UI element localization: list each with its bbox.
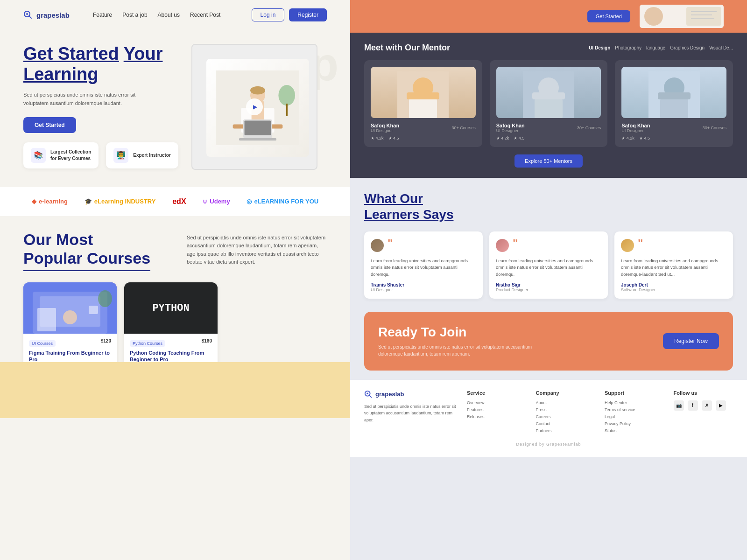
quote-icon-1: "	[388, 238, 393, 249]
register-button[interactable]: Register	[289, 8, 327, 21]
ready-register-button[interactable]: Register Now	[663, 333, 719, 349]
nav-post-job[interactable]: Post a job	[122, 12, 147, 18]
mentor-tag-language[interactable]: language	[646, 45, 665, 50]
footer-link-privacy[interactable]: Privacy Policy	[605, 421, 664, 426]
brand-elearning-industry: 🎓eLearning INDUSTRY	[85, 198, 156, 205]
nav-feature[interactable]: Feature	[93, 12, 112, 18]
footer-link-about[interactable]: About	[536, 400, 596, 405]
testimonials-section: What Our Learners Says " Learn from lead…	[350, 178, 747, 312]
course-name-figma: Figma Training From Beginner to Pro	[29, 350, 111, 363]
footer-link-careers[interactable]: Careers	[536, 414, 596, 419]
svg-rect-33	[535, 97, 563, 118]
mentor-card-1[interactable]: Safoq Khan UI Designer 30+ Courses ★ 4.2…	[364, 60, 482, 147]
courses-section: Our Most Popular Courses Sed ut perspici…	[0, 216, 350, 376]
svg-rect-30	[407, 92, 439, 99]
mentor-photo-1	[371, 67, 476, 118]
footer-service-title: Service	[467, 390, 527, 396]
mentor-stars-1: ★ 4.5	[388, 136, 399, 140]
mentor-rating-1: ★ 4.2k	[371, 136, 384, 140]
courses-title: Our Most Popular Courses	[23, 230, 150, 268]
testimonial-text-1: Learn from leading universities and camp…	[371, 258, 476, 278]
get-started-button[interactable]: Get Started	[23, 117, 76, 133]
footer-link-releases[interactable]: Releases	[467, 414, 527, 419]
ready-description: Sed ut perspiciatis unde omnis iste natu…	[378, 343, 537, 357]
footer-link-status[interactable]: Status	[605, 428, 664, 433]
mentor-role-1: UI Designer	[371, 128, 399, 133]
youtube-icon[interactable]: ▶	[716, 400, 726, 411]
footer-follow-col: Follow us 📷 f ✗ ▶	[674, 390, 733, 435]
testimonial-role-3: Software Designer	[621, 287, 726, 292]
explore-mentors-button[interactable]: Explore 50+ Mentors	[514, 154, 583, 168]
mentor-tag-visual[interactable]: Visual De...	[709, 45, 733, 50]
navbar: grapeslab Feature Post a job About us Re…	[0, 0, 350, 30]
testimonial-role-2: Product Designer	[496, 287, 601, 292]
mentor-card-2[interactable]: Safoq Khan UI Designer 30+ Courses ★ 4.2…	[490, 60, 608, 147]
svg-point-17	[63, 310, 77, 324]
footer-support-title: Support	[605, 390, 664, 396]
svg-rect-13	[239, 138, 276, 140]
nav-about[interactable]: About us	[158, 12, 180, 18]
svg-rect-12	[245, 121, 271, 135]
ready-content: Ready To Join Sed ut perspiciatis unde o…	[378, 325, 537, 357]
svg-rect-37	[660, 97, 688, 118]
footer-link-contact[interactable]: Contact	[536, 421, 596, 426]
ready-title: Ready To Join	[378, 325, 537, 340]
svg-point-4	[278, 85, 295, 105]
get-started-top-button[interactable]: Get Started	[587, 10, 630, 22]
footer-link-helpcenter[interactable]: Help Center	[605, 400, 664, 405]
footer-logo: grapeslab	[364, 390, 458, 399]
mentor-info-1: Safoq Khan UI Designer 30+ Courses	[371, 123, 476, 133]
brand-name: grapeslab	[36, 11, 70, 19]
course-name-python: Python Coding Teaching From Beginner to …	[130, 350, 212, 363]
svg-line-2	[29, 16, 31, 18]
nav-recent[interactable]: Recent Post	[190, 12, 220, 18]
brand-elearning: ◆e-learning	[32, 198, 68, 205]
mentor-name-1: Safoq Khan	[371, 123, 399, 128]
mentor-role-2: UI Designer	[496, 128, 525, 133]
facebook-icon[interactable]: f	[688, 400, 698, 411]
footer-link-features[interactable]: Features	[467, 407, 527, 412]
mentor-name-3: Safoq Khan	[621, 123, 650, 128]
svg-point-1	[26, 13, 28, 15]
brands-section: ◆e-learning 🎓eLearning INDUSTRY edX ∪Ude…	[0, 187, 350, 216]
book-icon: 📚	[31, 148, 46, 163]
footer-link-legal[interactable]: Legal	[605, 414, 664, 419]
python-thumb-text: PYTHON	[152, 302, 189, 314]
mentor-tag-photo[interactable]: Photography	[615, 45, 641, 50]
mentor-stars-2: ★ 4.5	[514, 136, 524, 140]
mentor-header: Meet with Our Mentor UI Design Photograp…	[364, 43, 733, 53]
login-button[interactable]: Log in	[252, 8, 285, 21]
svg-rect-18	[89, 306, 98, 314]
footer-link-press[interactable]: Press	[536, 407, 596, 412]
courses-title-line2: Popular Courses	[23, 249, 150, 268]
mentor-card-3[interactable]: Safoq Khan UI Designer 30+ Courses ★ 4.2…	[615, 60, 733, 147]
footer-service-col: Service Overview Features Releases	[467, 390, 527, 435]
mentor-stats-2: ★ 4.2k ★ 4.5	[496, 136, 601, 140]
svg-point-40	[366, 392, 368, 394]
footer-link-tos[interactable]: Terms of service	[605, 407, 664, 412]
mentor-courses-2: 30+ Courses	[577, 126, 601, 130]
instagram-icon[interactable]: 📷	[674, 400, 684, 411]
hero-title-line1: Get Started	[23, 44, 119, 63]
courses-header: Our Most Popular Courses Sed ut perspici…	[23, 230, 327, 272]
ready-section: Ready To Join Sed ut perspiciatis unde o…	[364, 312, 733, 371]
brand-elearning-label: e-learning	[39, 198, 68, 205]
mentor-tag-graphics[interactable]: Graphics Design	[670, 45, 705, 50]
play-button[interactable]	[246, 98, 263, 115]
brand-elearning-you-label: eLEARNING FOR YOU	[254, 198, 318, 205]
mentor-courses-1: 30+ Courses	[451, 126, 475, 130]
footer-link-overview[interactable]: Overview	[467, 400, 527, 405]
testimonials-title: What Our Learners Says	[364, 191, 733, 222]
footer-link-partners[interactable]: Partners	[536, 428, 596, 433]
feature-card-instructor: 👨‍🏫 Expert Instructor	[106, 142, 178, 168]
brand-elearning-you: ◎eLEARNING FOR YOU	[247, 198, 318, 205]
courses-description: Sed ut perspiciatis unde omnis iste natu…	[187, 234, 327, 266]
mentor-photo-2	[496, 67, 601, 118]
svg-rect-5	[286, 104, 288, 116]
logo: grapeslab	[23, 10, 70, 20]
mentor-tag-ui[interactable]: UI Design	[589, 45, 610, 50]
footer-company-title: Company	[536, 390, 596, 396]
testimonial-avatar-2	[496, 239, 509, 252]
svg-rect-29	[409, 97, 437, 118]
twitter-icon[interactable]: ✗	[702, 400, 712, 411]
